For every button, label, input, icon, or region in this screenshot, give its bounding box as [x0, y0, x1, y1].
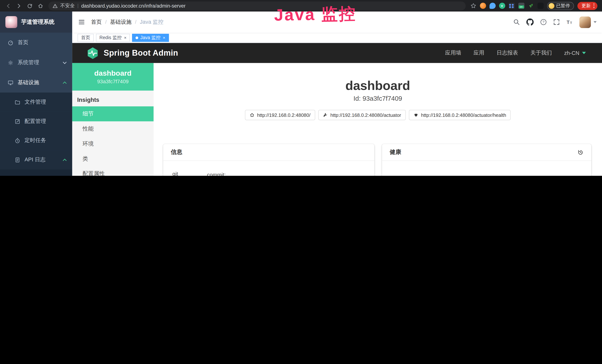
sba-item-environment[interactable]: 环境: [72, 136, 153, 151]
tab-home[interactable]: 首页: [77, 33, 94, 42]
kebab-menu-icon[interactable]: [593, 3, 594, 8]
update-label: 更新: [581, 2, 591, 9]
hamburger-icon[interactable]: [72, 18, 91, 26]
close-icon[interactable]: ×: [124, 36, 127, 40]
user-avatar[interactable]: [579, 16, 591, 28]
reload-icon[interactable]: [25, 1, 35, 11]
help-icon[interactable]: ?: [540, 19, 547, 25]
extension-icon[interactable]: [528, 3, 534, 9]
sba-item-metrics[interactable]: 性能: [72, 121, 153, 136]
paused-label: 已暂停: [556, 2, 570, 9]
extension-icon[interactable]: v: [499, 3, 505, 9]
sidebar-item-file[interactable]: 文件管理: [0, 93, 72, 112]
extension-icon[interactable]: [489, 3, 495, 9]
heartbeat-icon: [413, 113, 419, 118]
service-url-button[interactable]: http://192.168.0.2:48080/: [245, 110, 315, 120]
instance-id: 93a3fc7f7409: [72, 79, 153, 85]
folder-icon: [15, 99, 20, 105]
sba-item-classes[interactable]: 类: [72, 151, 153, 166]
sidebar-submenu-infra: 文件管理 配置管理 定时任务 API 日志 访问日志 错误日志: [0, 93, 72, 176]
sidebar-item-system[interactable]: 系统管理: [0, 53, 72, 73]
font-size-icon[interactable]: TT: [566, 19, 573, 25]
info-card-title: 信息: [171, 149, 183, 156]
tags-view: 首页 Redis 监控 × Java 监控 ×: [72, 33, 602, 43]
app-logo-image: [5, 16, 17, 28]
browser-update-button[interactable]: 更新: [577, 2, 597, 10]
info-card: 信息 git commit: time: 1596289704000 id: 2…: [163, 144, 374, 176]
instance-name: dashboard: [72, 69, 153, 78]
actuator-url-button[interactable]: http://192.168.0.2:48080/actuator: [318, 110, 406, 120]
extension-icon[interactable]: [537, 3, 543, 9]
extension-icon[interactable]: [509, 3, 515, 9]
sba-nav-applications[interactable]: 应用: [473, 50, 484, 56]
sidebar-item-access-log[interactable]: 访问日志: [0, 169, 72, 176]
screen: 不安全 | dashboard.yudao.iocoder.cn/infra/a…: [0, 0, 602, 176]
dashboard-icon: [8, 40, 13, 45]
health-url-button[interactable]: http://192.168.0.2:48080/actuator/health: [409, 110, 511, 120]
chevron-up-icon: [63, 158, 67, 161]
history-icon[interactable]: [577, 149, 583, 155]
security-label: 不安全: [60, 2, 75, 9]
insights-panel: Insights 细节 性能 环境 类 配置属性 计划任务: [72, 91, 153, 176]
instance-links: http://192.168.0.2:48080/ http://192.168…: [153, 110, 602, 120]
forward-icon[interactable]: [14, 1, 24, 11]
info-git-value: commit: time: 1596289704000 id: 27aa832 …: [207, 171, 264, 176]
header-actions: ? TT: [513, 16, 602, 28]
search-icon[interactable]: [513, 19, 520, 25]
instance-header: dashboard 93a3fc7f7409: [72, 63, 153, 91]
locale-selector[interactable]: zh-CN: [564, 50, 586, 56]
sidebar-item-api-log[interactable]: API 日志: [0, 150, 72, 170]
cards-grid: 信息 git commit: time: 1596289704000 id: 2…: [153, 144, 602, 176]
app-logo-title: 芋道管理系统: [21, 18, 54, 26]
sba-item-details[interactable]: 细节: [72, 107, 153, 121]
home-icon[interactable]: [35, 1, 45, 11]
close-icon[interactable]: ×: [163, 36, 165, 40]
info-git-label: git: [172, 171, 207, 176]
sidebar-item-home[interactable]: 首页: [0, 33, 72, 53]
user-menu[interactable]: [579, 16, 597, 28]
tab-redis[interactable]: Redis 监控 ×: [96, 33, 130, 42]
sba-sidebar: dashboard 93a3fc7f7409 Insights 细节 性能 环境…: [72, 63, 153, 176]
chevron-down-icon: [63, 61, 67, 64]
sba-navbar: Spring Boot Admin 应用墙 应用 日志报表 关于我们 zh-CN: [72, 43, 602, 63]
annotation-overlay: Java 监控: [274, 5, 357, 23]
chevron-up-icon: [63, 81, 67, 84]
sba-nav-journal[interactable]: 日志报表: [496, 50, 518, 56]
chevron-down-icon: [582, 52, 586, 54]
profile-paused-badge[interactable]: 已暂停: [547, 2, 574, 10]
extension-icon[interactable]: [480, 3, 486, 9]
breadcrumb-infra[interactable]: 基础设施: [110, 19, 132, 25]
home-icon: [249, 113, 254, 118]
bookmark-star-icon[interactable]: [470, 3, 476, 9]
github-icon[interactable]: [526, 18, 534, 26]
tab-java[interactable]: Java 监控 ×: [132, 33, 169, 42]
gear-icon: [8, 60, 13, 65]
sidebar-item-job[interactable]: 定时任务: [0, 131, 72, 150]
sba-nav-links: 应用墙 应用 日志报表 关于我们 zh-CN: [445, 50, 602, 56]
proxy-extension-icon[interactable]: on: [518, 3, 524, 9]
page-title: dashboard: [153, 78, 602, 93]
address-separator: |: [77, 3, 78, 9]
svg-text:T: T: [570, 21, 572, 25]
document-icon: [15, 157, 20, 163]
sidebar-item-infra[interactable]: 基础设施: [0, 73, 72, 93]
sba-nav-wall[interactable]: 应用墙: [445, 50, 461, 56]
sba-brand[interactable]: Spring Boot Admin: [72, 47, 178, 59]
sidebar-item-config[interactable]: 配置管理: [0, 112, 72, 131]
url-text[interactable]: dashboard.yudao.iocoder.cn/infra/admin-s…: [81, 3, 186, 9]
sba-nav-about[interactable]: 关于我们: [530, 50, 552, 56]
svg-text:T: T: [567, 20, 570, 25]
info-git-row: git commit: time: 1596289704000 id: 27aa…: [172, 171, 365, 176]
fullscreen-icon[interactable]: [553, 19, 560, 25]
timer-icon: [15, 138, 20, 143]
back-icon[interactable]: [3, 1, 13, 11]
insights-section-label: Insights: [72, 91, 153, 107]
app-logo[interactable]: 芋道管理系统: [0, 11, 72, 33]
app-sidebar: 芋道管理系统 首页 系统管理 基础设施 文件管理 配置管理: [0, 11, 72, 176]
address-bar[interactable]: 不安全 | dashboard.yudao.iocoder.cn/infra/a…: [48, 1, 465, 10]
sba-item-configprops[interactable]: 配置属性: [72, 166, 153, 176]
active-dot: [136, 36, 138, 39]
edit-icon: [15, 118, 20, 124]
wrench-icon: [323, 113, 328, 118]
breadcrumb-home[interactable]: 首页: [91, 19, 102, 25]
